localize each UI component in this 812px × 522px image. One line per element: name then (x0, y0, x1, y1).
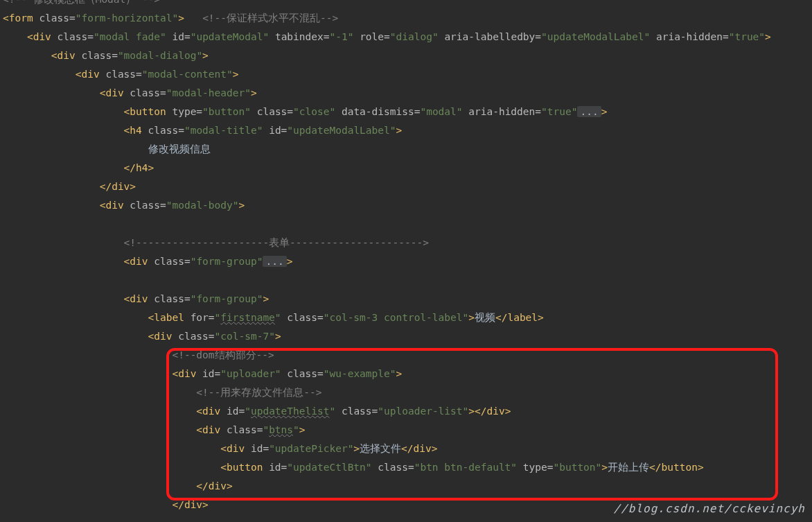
code-token: "button" (202, 106, 251, 117)
code-line[interactable] (3, 215, 771, 234)
code-token: 修改视频信息 (148, 143, 211, 155)
code-token: class= (154, 293, 190, 304)
code-line[interactable]: </div> (3, 477, 771, 496)
code-token: > (178, 12, 184, 24)
code-token: "updateModal" (191, 31, 270, 42)
code-token: > (601, 106, 608, 117)
code-token: <form (3, 12, 39, 24)
code-token: "form-group" (191, 256, 263, 267)
code-token: > (396, 368, 403, 379)
code-token: </div> (100, 181, 136, 192)
code-token: <!--dom结构部分--> (172, 349, 274, 360)
code-token: type= (172, 106, 202, 117)
code-line[interactable]: <div class="col-sm-7"> (3, 327, 771, 346)
code-token: "updateModalLabel" (287, 125, 396, 136)
code-line[interactable]: <div class="modal fade" id="updateModal"… (3, 28, 771, 46)
code-token: id= (172, 31, 190, 42)
code-token: <!--保证样式水平不混乱--> (202, 12, 338, 24)
code-token: "updatePicker" (269, 443, 353, 454)
code-token: <div (51, 50, 82, 61)
code-token: "modal-header" (166, 87, 251, 98)
code-token: <div (196, 424, 227, 435)
code-line[interactable]: <!-- 修改模态框（Modal） --> (3, 0, 771, 9)
watermark: //blog.csdn.net/cckevincyh (614, 499, 805, 518)
code-token (353, 31, 360, 42)
code-token (335, 406, 342, 417)
code-token: class= (130, 87, 166, 98)
code-token (463, 106, 469, 117)
code-token: "modal-title" (184, 125, 263, 136)
code-line[interactable]: <label for="firstname" class="col-sm-3 c… (3, 308, 771, 327)
code-token: role= (360, 31, 390, 42)
code-editor[interactable]: <!-- 修改模态框（Modal） --><form class="form-h… (3, 0, 771, 514)
code-token: > (263, 293, 269, 304)
code-line[interactable]: <form class="form-horizontal"> <!--保证样式水… (3, 9, 771, 28)
code-token: updateThelist (251, 406, 330, 417)
code-line[interactable]: <div class="btns"> (3, 421, 771, 440)
code-line[interactable]: 修改视频信息 (3, 140, 771, 159)
code-token: "true" (729, 31, 765, 42)
code-line[interactable]: <!----------------------表单--------------… (3, 234, 771, 252)
code-line[interactable] (3, 271, 771, 290)
code-token: class= (154, 256, 190, 267)
code-token: > (468, 312, 475, 323)
code-token: aria-hidden= (656, 31, 729, 42)
code-token: class= (342, 406, 378, 417)
code-token: > (353, 443, 360, 454)
code-token: 视频 (475, 312, 495, 323)
code-token: > (468, 406, 475, 417)
code-token: data-dismiss= (342, 106, 421, 117)
code-token: > (202, 50, 209, 61)
code-line[interactable]: <div class="modal-header"> (3, 84, 771, 103)
code-token: "button" (553, 462, 601, 473)
code-line[interactable]: <!--dom结构部分--> (3, 346, 771, 365)
code-token: "col-sm-7" (215, 331, 275, 342)
code-line[interactable]: <button type="button" class="close" data… (3, 103, 771, 121)
code-token: id= (269, 125, 287, 136)
code-fold[interactable]: ... (577, 106, 601, 117)
code-token: </div> (475, 406, 511, 417)
code-line[interactable]: <div id="updateThelist" class="uploader-… (3, 402, 771, 421)
code-line[interactable]: <div class="modal-body"> (3, 196, 771, 215)
code-token: </div> (196, 480, 232, 491)
code-line[interactable]: <div class="modal-content"> (3, 65, 771, 84)
code-token: <div (100, 200, 130, 211)
code-line[interactable]: <button id="updateCtlBtn" class="btn btn… (3, 458, 771, 477)
code-token: class= (257, 106, 293, 117)
code-token: "modal-content" (142, 69, 233, 80)
code-token: "uploader-list" (378, 406, 468, 417)
code-token: <label (148, 312, 191, 323)
code-token: <div (148, 331, 179, 342)
code-token: " (263, 424, 269, 435)
code-token: > (233, 69, 239, 80)
code-fold[interactable]: ... (263, 256, 286, 267)
code-token: aria-labelledby= (444, 31, 541, 42)
code-line[interactable]: <div class="form-group"...> (3, 252, 771, 271)
code-token: btns (269, 424, 293, 435)
code-token: <div (196, 406, 227, 417)
code-token: <!----------------------表单--------------… (124, 237, 429, 248)
code-token: class= (378, 462, 414, 473)
code-token (3, 275, 9, 286)
code-token: class= (148, 125, 184, 136)
code-token: "close" (293, 106, 335, 117)
code-token: </button> (649, 462, 704, 473)
code-token (3, 218, 9, 229)
code-token: "form-group" (191, 293, 263, 304)
code-token: class= (287, 368, 323, 379)
code-line[interactable]: <div id="updatePicker">选择文件</div> (3, 440, 771, 458)
code-token: "-1" (329, 31, 353, 42)
code-line[interactable]: </div> (3, 177, 771, 196)
code-line[interactable]: <div class="form-group"> (3, 290, 771, 308)
code-token (650, 31, 656, 42)
code-token: <div (100, 87, 130, 98)
code-token: 开始上传 (608, 462, 649, 473)
code-line[interactable]: </h4> (3, 159, 771, 177)
code-token: " (215, 312, 221, 323)
code-line[interactable]: <div class="modal-dialog"> (3, 46, 771, 65)
code-line[interactable]: <!--用来存放文件信息--> (3, 383, 771, 402)
code-token: "true" (541, 106, 577, 117)
code-token: "uploader" (220, 368, 281, 379)
code-line[interactable]: <h4 class="modal-title" id="updateModalL… (3, 121, 771, 140)
code-line[interactable]: <div id="uploader" class="wu-example"> (3, 365, 771, 383)
